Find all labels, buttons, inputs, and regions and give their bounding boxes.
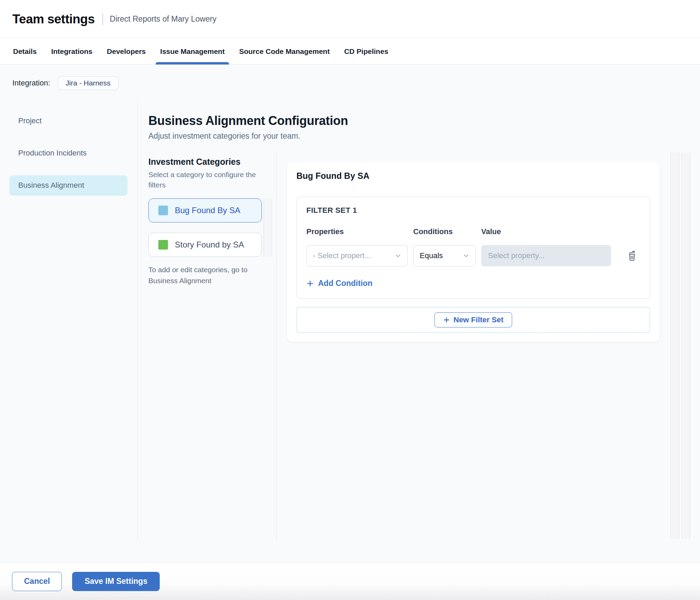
tab-cd-pipelines[interactable]: CD Pipelines: [344, 38, 388, 64]
sidebar-item-business-alignment[interactable]: Business Alignment: [9, 175, 127, 195]
delete-condition-button[interactable]: [625, 249, 639, 263]
scrollbar-track[interactable]: [670, 152, 679, 539]
plus-icon: [443, 316, 450, 323]
category-story-found-by-sa[interactable]: Story Found by SA: [148, 233, 262, 257]
footer-bar: Cancel Save IM Settings: [0, 562, 700, 600]
category-list: Bug Found By SA Story Found by SA: [148, 198, 262, 257]
chevron-down-icon: [462, 252, 470, 259]
filter-condition-grid: Properties Conditions Value - Select pro…: [306, 227, 640, 266]
category-label: Bug Found By SA: [175, 206, 240, 215]
categories-note: To add or edit categories, go to Busines…: [148, 264, 255, 286]
page-subtitle: Direct Reports of Mary Lowery: [110, 14, 217, 24]
config-card-title: Bug Found By SA: [296, 171, 650, 181]
sidebar-item-project[interactable]: Project: [9, 111, 127, 131]
sidebar-item-production-incidents[interactable]: Production Incidents: [9, 143, 127, 163]
tab-issue-management[interactable]: Issue Management: [160, 38, 225, 64]
properties-column-header: Properties: [306, 227, 408, 236]
categories-heading: Investment Categories: [148, 157, 276, 167]
add-condition-button[interactable]: Add Condition: [306, 279, 372, 288]
scrollbar-track[interactable]: [681, 152, 690, 539]
section-title: Business Alignment Configuration: [148, 114, 700, 128]
title-separator: [102, 13, 103, 25]
integration-row: Integration: Jira - Harness: [0, 65, 700, 102]
filter-set-label: FILTER SET 1: [306, 206, 640, 215]
team-settings-page: Team settings Direct Reports of Mary Low…: [0, 0, 700, 600]
integration-chip: Jira - Harness: [58, 76, 118, 90]
category-list-row: Bug Found By SA Story Found by SA: [148, 198, 276, 257]
add-condition-label: Add Condition: [318, 279, 372, 288]
chevron-down-icon: [394, 252, 402, 259]
settings-sidebar: Project Production Incidents Business Al…: [0, 102, 138, 540]
category-color-swatch: [158, 206, 168, 215]
section-subtitle: Adjust investment categories for your te…: [148, 131, 700, 141]
new-filter-set-area: New Filter Set: [296, 307, 650, 333]
tab-developers[interactable]: Developers: [107, 38, 146, 64]
save-im-settings-button[interactable]: Save IM Settings: [72, 572, 160, 591]
category-config-card: Bug Found By SA FILTER SET 1 Properties …: [287, 162, 659, 342]
page-title: Team settings: [12, 12, 95, 26]
properties-select[interactable]: - Select propert...: [306, 245, 408, 266]
categories-caption: Select a category to configure the filte…: [148, 170, 265, 190]
integration-label: Integration:: [12, 79, 50, 88]
investment-categories-panel: Investment Categories Select a category …: [148, 152, 276, 540]
value-column-header: Value: [481, 227, 611, 236]
conditions-select[interactable]: Equals: [413, 245, 476, 266]
cancel-button[interactable]: Cancel: [12, 572, 62, 591]
configuration-columns: Investment Categories Select a category …: [148, 152, 700, 540]
properties-select-placeholder: - Select propert...: [313, 251, 371, 260]
new-filter-set-label: New Filter Set: [453, 315, 503, 324]
value-input[interactable]: [481, 245, 611, 266]
trash-icon: [626, 250, 638, 262]
tab-integrations[interactable]: Integrations: [51, 38, 92, 64]
page-header: Team settings Direct Reports of Mary Low…: [0, 0, 700, 38]
tab-bar: Details Integrations Developers Issue Ma…: [0, 38, 700, 65]
settings-body: Integration: Jira - Harness Project Prod…: [0, 65, 700, 562]
filter-set-card: FILTER SET 1 Properties Conditions Value…: [296, 197, 650, 299]
conditions-select-value: Equals: [420, 251, 443, 260]
main-row: Project Production Incidents Business Al…: [0, 102, 700, 540]
category-label: Story Found by SA: [175, 240, 244, 250]
filter-config-column: Bug Found By SA FILTER SET 1 Properties …: [276, 152, 700, 540]
category-color-swatch: [158, 240, 168, 250]
category-scrollbar-track[interactable]: [263, 198, 272, 257]
category-bug-found-by-sa[interactable]: Bug Found By SA: [148, 198, 262, 222]
new-filter-set-button[interactable]: New Filter Set: [434, 312, 512, 327]
tab-details[interactable]: Details: [13, 38, 37, 64]
business-alignment-section: Business Alignment Configuration Adjust …: [138, 102, 700, 540]
tab-source-code-management[interactable]: Source Code Management: [239, 38, 330, 64]
conditions-column-header: Conditions: [413, 227, 476, 236]
plus-icon: [306, 280, 314, 287]
